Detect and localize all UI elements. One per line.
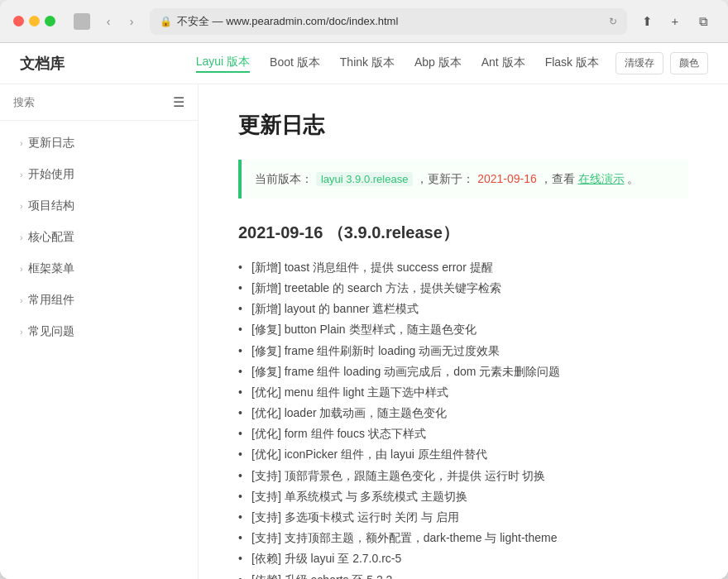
version-notice: 当前版本： layui 3.9.0.release ，更新于： 2021-09-… [238,160,688,199]
doc-nav-links: Layui 版本 Boot 版本 Think 版本 Abp 版本 Ant 版本 … [196,55,599,73]
nav-arrows: ‹ › [98,12,141,31]
reload-icon[interactable]: ↻ [609,16,617,27]
chevron-icon: › [20,327,23,337]
notice-prefix: 当前版本： [255,172,313,185]
doc-logo: 文档库 [20,54,65,74]
online-demo-link[interactable]: 在线演示 [578,172,625,185]
list-item: [修复] frame 组件刷新时 loading 动画无过度效果 [238,341,688,361]
chevron-icon: › [20,170,23,179]
clear-cache-button[interactable]: 清缓存 [615,52,663,74]
notice-middle: ，更新于： [416,172,474,185]
nav-boot[interactable]: Boot 版本 [270,55,320,72]
list-item: [新增] layout 的 banner 遮栏模式 [238,299,688,319]
sidebar-item-menu[interactable]: › 框架菜单 [0,253,198,285]
nav-layui[interactable]: Layui 版本 [196,55,250,73]
chevron-icon: › [20,232,23,242]
list-item: [修复] button Plain 类型样式，随主题色变化 [238,319,688,340]
close-button[interactable] [13,16,24,26]
search-input[interactable] [13,96,166,108]
notice-suffix: ，查看 [540,172,575,185]
sidebar-item-structure[interactable]: › 项目结构 [0,190,198,222]
list-item: [支持] 支持顶部主题，额外配置，dark-theme 与 light-them… [238,528,688,548]
chevron-icon: › [20,264,23,274]
sidebar-item-label: 更新日志 [28,136,74,151]
nav-ant[interactable]: Ant 版本 [481,55,525,72]
main-layout: ☰ › 更新日志 › 开始使用 › 项目结构 › 核心配置 [0,84,728,579]
sidebar: ☰ › 更新日志 › 开始使用 › 项目结构 › 核心配置 [0,84,199,579]
nav-abp[interactable]: Abp 版本 [414,55,462,72]
new-tab-button[interactable]: + [663,10,687,33]
back-button[interactable]: ‹ [98,12,118,31]
sidebar-item-label: 常见问题 [28,324,74,339]
chevron-icon: › [20,138,23,148]
list-item: [新增] toast 消息组件，提供 success error 提醒 [238,257,688,278]
security-icon: 🔒 [160,16,172,27]
traffic-lights [13,16,55,26]
sidebar-item-changelog[interactable]: › 更新日志 [0,127,198,159]
menu-icon[interactable]: ☰ [173,94,184,110]
version-tag: layui 3.9.0.release [316,172,414,186]
tab-icon [74,13,90,30]
titlebar: ‹ › 🔒 不安全 — www.pearadmin.com/doc/index.… [0,0,728,43]
sidebar-item-start[interactable]: › 开始使用 [0,159,198,190]
release-section: 2021-09-16 （3.9.0.release） [新增] toast 消息… [238,222,688,579]
sidebar-item-label: 项目结构 [28,199,74,213]
release-title: 2021-09-16 （3.9.0.release） [238,222,688,244]
forward-button[interactable]: › [122,12,141,31]
sidebar-item-faq[interactable]: › 常见问题 [0,316,198,347]
list-item: [依赖] 升级 echarts 至 5.2.2 [238,570,688,579]
list-item: [优化] form 组件 foucs 状态下样式 [238,423,688,444]
list-item: [支持] 单系统模式 与 多系统模式 主题切换 [238,486,688,507]
chevron-icon: › [20,201,23,211]
nav-think[interactable]: Think 版本 [340,55,395,72]
chevron-icon: › [20,295,23,305]
content-area: 更新日志 当前版本： layui 3.9.0.release ，更新于： 202… [199,84,728,579]
change-list: [新增] toast 消息组件，提供 success error 提醒[新增] … [238,257,688,579]
doc-navbar: 文档库 Layui 版本 Boot 版本 Think 版本 Abp 版本 Ant… [0,43,728,84]
minimize-button[interactable] [29,16,40,26]
share-button[interactable]: ⬆ [635,10,659,33]
address-text: 不安全 — www.pearadmin.com/doc/index.html [177,14,604,29]
color-button[interactable]: 颜色 [670,52,708,74]
address-bar[interactable]: 🔒 不安全 — www.pearadmin.com/doc/index.html… [150,8,627,35]
doc-nav-buttons: 清缓存 颜色 [615,52,708,74]
sidebar-item-components[interactable]: › 常用组件 [0,285,198,316]
sidebar-item-label: 核心配置 [28,230,74,245]
list-item: [优化] menu 组件 light 主题下选中样式 [238,382,688,403]
page-title: 更新日志 [238,111,688,140]
sidebar-nav: › 更新日志 › 开始使用 › 项目结构 › 核心配置 › 框架菜单 [0,121,198,579]
titlebar-actions: ⬆ + ⧉ [635,10,715,33]
list-item: [支持] 顶部背景色，跟随主题色变化，并提供 运行时 切换 [238,466,688,486]
sidebar-item-label: 常用组件 [28,293,74,308]
list-item: [修复] frame 组件 loading 动画完成后，dom 元素未删除问题 [238,361,688,382]
list-item: [新增] treetable 的 search 方法，提供关键字检索 [238,278,688,299]
nav-flask[interactable]: Flask 版本 [545,55,599,72]
sidebar-item-label: 框架菜单 [28,261,74,276]
list-item: [优化] loader 加载动画，随主题色变化 [238,403,688,423]
list-item: [依赖] 升级 layui 至 2.7.0.rc-5 [238,548,688,569]
notice-date: 2021-09-16 [477,172,537,185]
search-bar: ☰ [0,84,198,121]
split-button[interactable]: ⧉ [692,10,715,33]
list-item: [支持] 多选项卡模式 运行时 关闭 与 启用 [238,507,688,528]
list-item: [优化] iconPicker 组件，由 layui 原生组件替代 [238,444,688,465]
sidebar-item-label: 开始使用 [28,167,74,182]
maximize-button[interactable] [45,16,55,26]
sidebar-item-config[interactable]: › 核心配置 [0,222,198,253]
notice-link-suffix: 。 [627,172,639,185]
